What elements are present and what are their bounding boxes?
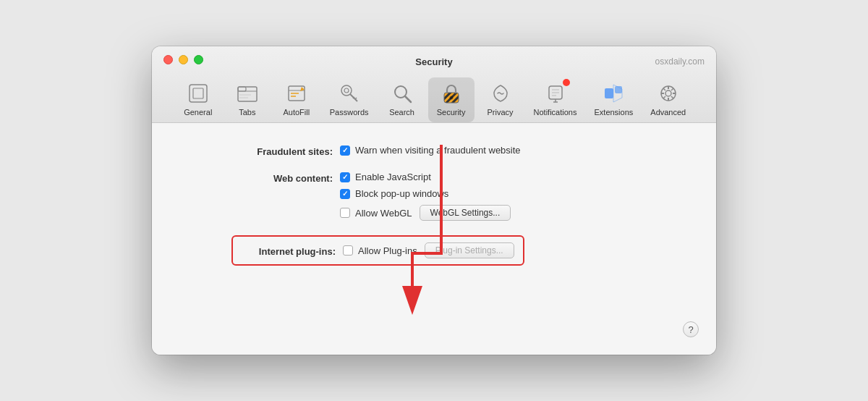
enable-js-label: Enable JavaScript xyxy=(355,172,431,182)
notifications-icon xyxy=(544,82,567,105)
tab-privacy[interactable]: Privacy xyxy=(477,77,524,122)
enable-js-checkbox[interactable] xyxy=(340,172,350,182)
svg-rect-29 xyxy=(605,88,613,98)
tab-passwords-label: Passwords xyxy=(330,108,369,117)
tab-extensions[interactable]: Extensions xyxy=(587,77,640,122)
svg-point-33 xyxy=(665,90,671,96)
internet-plugins-section: Internet plug-ins: Allow Plug-ins Plug-i… xyxy=(231,235,524,266)
window-title: Security xyxy=(415,56,452,67)
svg-line-18 xyxy=(405,96,411,102)
web-content-row: Web content: Enable JavaScript Block pop… xyxy=(231,172,637,221)
search-icon xyxy=(391,82,414,105)
tab-security-label: Security xyxy=(437,108,466,117)
svg-line-41 xyxy=(663,96,665,98)
web-content-controls: Enable JavaScript Block pop-up windows A… xyxy=(340,172,511,221)
maximize-button[interactable] xyxy=(194,55,203,64)
svg-rect-1 xyxy=(193,88,203,98)
preferences-window: Security osxdaily.com General xyxy=(152,46,716,355)
block-popups-checkbox[interactable] xyxy=(340,189,350,199)
allow-plugins-checkbox[interactable] xyxy=(343,245,353,256)
titlebar: Security osxdaily.com General xyxy=(152,46,716,123)
passwords-icon xyxy=(338,82,361,105)
tab-advanced[interactable]: Advanced xyxy=(643,77,693,122)
tab-general[interactable]: General xyxy=(175,77,221,122)
general-icon xyxy=(187,82,210,105)
advanced-icon xyxy=(657,82,680,105)
svg-line-38 xyxy=(663,88,665,90)
tab-passwords[interactable]: Passwords xyxy=(323,77,376,122)
toolbar: General Tabs xyxy=(163,72,705,122)
tab-autofill[interactable]: AutoFill xyxy=(273,77,320,122)
security-icon xyxy=(440,82,463,105)
svg-rect-0 xyxy=(190,85,207,102)
svg-line-16 xyxy=(355,98,357,99)
settings-grid: Fraudulent sites: Warn when visiting a f… xyxy=(231,145,637,266)
content-area: Fraudulent sites: Warn when visiting a f… xyxy=(152,123,716,355)
fraudulent-sites-label: Fraudulent sites: xyxy=(231,145,333,157)
warn-fraudulent-checkbox[interactable] xyxy=(340,145,350,156)
watermark: osxdaily.com xyxy=(655,56,705,67)
tab-tabs[interactable]: Tabs xyxy=(224,77,271,122)
allow-webgl-label: Allow WebGL xyxy=(355,208,412,219)
warn-fraudulent-label: Warn when visiting a fraudulent website xyxy=(355,145,521,156)
svg-line-40 xyxy=(671,88,673,90)
tab-notifications[interactable]: Notifications xyxy=(527,77,584,122)
fraudulent-sites-row: Fraudulent sites: Warn when visiting a f… xyxy=(231,145,637,157)
fraudulent-sites-controls: Warn when visiting a fraudulent website xyxy=(340,145,521,156)
tab-autofill-label: AutoFill xyxy=(283,108,310,117)
tab-privacy-label: Privacy xyxy=(488,108,514,117)
close-button[interactable] xyxy=(163,55,173,64)
notification-badge xyxy=(563,79,570,86)
block-popups-label: Block pop-up windows xyxy=(355,188,448,199)
svg-rect-2 xyxy=(238,87,257,101)
allow-webgl-row: Allow WebGL WebGL Settings... xyxy=(340,205,511,221)
autofill-icon xyxy=(285,82,308,105)
plugin-settings-button[interactable]: Plug-in Settings... xyxy=(425,242,514,258)
block-popups-row: Block pop-up windows xyxy=(340,188,511,199)
svg-rect-3 xyxy=(238,87,246,91)
privacy-icon xyxy=(489,82,512,105)
minimize-button[interactable] xyxy=(179,55,188,64)
internet-plugins-label: Internet plug-ins: xyxy=(242,245,336,257)
allow-plugins-label: Allow Plug-ins xyxy=(358,245,417,256)
webgl-settings-button[interactable]: WebGL Settings... xyxy=(420,205,511,221)
extensions-icon xyxy=(602,82,625,105)
web-content-label: Web content: xyxy=(231,172,333,184)
help-button[interactable]: ? xyxy=(683,321,699,337)
tab-search-label: Search xyxy=(389,108,414,117)
tab-extensions-label: Extensions xyxy=(594,108,633,117)
tab-advanced-label: Advanced xyxy=(650,108,686,117)
svg-line-39 xyxy=(671,96,673,98)
allow-webgl-checkbox[interactable] xyxy=(340,208,350,218)
tabs-icon xyxy=(236,82,259,105)
svg-point-22 xyxy=(449,96,453,100)
internet-plugins-row: Internet plug-ins: Allow Plug-ins Plug-i… xyxy=(231,235,637,266)
tab-security[interactable]: Security xyxy=(428,77,475,122)
enable-js-row: Enable JavaScript xyxy=(340,172,511,182)
tab-search[interactable]: Search xyxy=(379,77,425,122)
svg-point-12 xyxy=(341,85,352,96)
warn-fraudulent-row: Warn when visiting a fraudulent website xyxy=(340,145,521,156)
tab-general-label: General xyxy=(184,108,212,117)
tab-notifications-label: Notifications xyxy=(534,108,577,117)
tab-tabs-label: Tabs xyxy=(239,108,255,117)
svg-point-13 xyxy=(344,88,349,93)
